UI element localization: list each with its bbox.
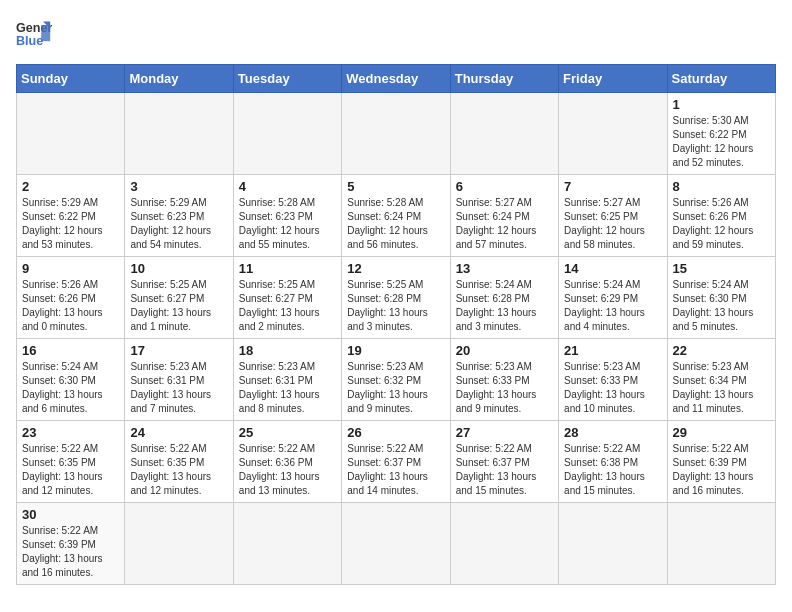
week-row-3: 16Sunrise: 5:24 AM Sunset: 6:30 PM Dayli… [17,339,776,421]
week-row-5: 30Sunrise: 5:22 AM Sunset: 6:39 PM Dayli… [17,503,776,585]
day-cell: 17Sunrise: 5:23 AM Sunset: 6:31 PM Dayli… [125,339,233,421]
day-number: 3 [130,179,227,194]
day-cell: 18Sunrise: 5:23 AM Sunset: 6:31 PM Dayli… [233,339,341,421]
day-cell [450,93,558,175]
day-info: Sunrise: 5:22 AM Sunset: 6:39 PM Dayligh… [673,442,770,498]
day-number: 27 [456,425,553,440]
day-number: 6 [456,179,553,194]
day-info: Sunrise: 5:27 AM Sunset: 6:25 PM Dayligh… [564,196,661,252]
week-row-4: 23Sunrise: 5:22 AM Sunset: 6:35 PM Dayli… [17,421,776,503]
week-row-1: 2Sunrise: 5:29 AM Sunset: 6:22 PM Daylig… [17,175,776,257]
day-number: 4 [239,179,336,194]
header-cell-wednesday: Wednesday [342,65,450,93]
day-number: 15 [673,261,770,276]
day-cell: 8Sunrise: 5:26 AM Sunset: 6:26 PM Daylig… [667,175,775,257]
day-info: Sunrise: 5:23 AM Sunset: 6:34 PM Dayligh… [673,360,770,416]
day-cell: 1Sunrise: 5:30 AM Sunset: 6:22 PM Daylig… [667,93,775,175]
day-cell [17,93,125,175]
header-cell-tuesday: Tuesday [233,65,341,93]
day-number: 28 [564,425,661,440]
day-number: 18 [239,343,336,358]
day-number: 8 [673,179,770,194]
logo-icon: General Blue [16,16,52,52]
day-cell: 25Sunrise: 5:22 AM Sunset: 6:36 PM Dayli… [233,421,341,503]
day-cell [559,93,667,175]
day-number: 21 [564,343,661,358]
day-number: 19 [347,343,444,358]
day-number: 9 [22,261,119,276]
day-cell [342,503,450,585]
day-info: Sunrise: 5:26 AM Sunset: 6:26 PM Dayligh… [673,196,770,252]
day-cell: 3Sunrise: 5:29 AM Sunset: 6:23 PM Daylig… [125,175,233,257]
calendar-table: SundayMondayTuesdayWednesdayThursdayFrid… [16,64,776,585]
day-number: 1 [673,97,770,112]
day-number: 7 [564,179,661,194]
day-cell: 15Sunrise: 5:24 AM Sunset: 6:30 PM Dayli… [667,257,775,339]
day-cell: 4Sunrise: 5:28 AM Sunset: 6:23 PM Daylig… [233,175,341,257]
day-info: Sunrise: 5:26 AM Sunset: 6:26 PM Dayligh… [22,278,119,334]
week-row-2: 9Sunrise: 5:26 AM Sunset: 6:26 PM Daylig… [17,257,776,339]
header-cell-monday: Monday [125,65,233,93]
day-cell: 13Sunrise: 5:24 AM Sunset: 6:28 PM Dayli… [450,257,558,339]
day-info: Sunrise: 5:22 AM Sunset: 6:39 PM Dayligh… [22,524,119,580]
day-number: 29 [673,425,770,440]
day-info: Sunrise: 5:22 AM Sunset: 6:35 PM Dayligh… [130,442,227,498]
day-cell [342,93,450,175]
day-number: 17 [130,343,227,358]
day-number: 12 [347,261,444,276]
day-number: 20 [456,343,553,358]
day-cell: 20Sunrise: 5:23 AM Sunset: 6:33 PM Dayli… [450,339,558,421]
day-cell [233,93,341,175]
day-info: Sunrise: 5:24 AM Sunset: 6:28 PM Dayligh… [456,278,553,334]
day-info: Sunrise: 5:28 AM Sunset: 6:23 PM Dayligh… [239,196,336,252]
day-info: Sunrise: 5:23 AM Sunset: 6:31 PM Dayligh… [130,360,227,416]
day-info: Sunrise: 5:23 AM Sunset: 6:33 PM Dayligh… [564,360,661,416]
header-cell-sunday: Sunday [17,65,125,93]
day-cell [667,503,775,585]
day-info: Sunrise: 5:23 AM Sunset: 6:31 PM Dayligh… [239,360,336,416]
day-number: 11 [239,261,336,276]
day-cell [125,503,233,585]
day-number: 14 [564,261,661,276]
svg-text:Blue: Blue [16,34,43,48]
day-cell: 26Sunrise: 5:22 AM Sunset: 6:37 PM Dayli… [342,421,450,503]
day-number: 10 [130,261,227,276]
day-cell: 27Sunrise: 5:22 AM Sunset: 6:37 PM Dayli… [450,421,558,503]
header-row: SundayMondayTuesdayWednesdayThursdayFrid… [17,65,776,93]
header: General Blue [16,16,776,52]
day-cell: 22Sunrise: 5:23 AM Sunset: 6:34 PM Dayli… [667,339,775,421]
day-cell: 24Sunrise: 5:22 AM Sunset: 6:35 PM Dayli… [125,421,233,503]
day-info: Sunrise: 5:23 AM Sunset: 6:33 PM Dayligh… [456,360,553,416]
day-cell: 6Sunrise: 5:27 AM Sunset: 6:24 PM Daylig… [450,175,558,257]
day-cell [559,503,667,585]
day-info: Sunrise: 5:24 AM Sunset: 6:29 PM Dayligh… [564,278,661,334]
day-info: Sunrise: 5:22 AM Sunset: 6:36 PM Dayligh… [239,442,336,498]
day-number: 22 [673,343,770,358]
header-cell-saturday: Saturday [667,65,775,93]
day-cell: 5Sunrise: 5:28 AM Sunset: 6:24 PM Daylig… [342,175,450,257]
day-cell: 14Sunrise: 5:24 AM Sunset: 6:29 PM Dayli… [559,257,667,339]
day-cell: 7Sunrise: 5:27 AM Sunset: 6:25 PM Daylig… [559,175,667,257]
day-cell: 28Sunrise: 5:22 AM Sunset: 6:38 PM Dayli… [559,421,667,503]
svg-marker-2 [41,25,50,41]
day-info: Sunrise: 5:25 AM Sunset: 6:27 PM Dayligh… [239,278,336,334]
day-cell: 29Sunrise: 5:22 AM Sunset: 6:39 PM Dayli… [667,421,775,503]
day-number: 16 [22,343,119,358]
week-row-0: 1Sunrise: 5:30 AM Sunset: 6:22 PM Daylig… [17,93,776,175]
day-number: 23 [22,425,119,440]
day-cell: 9Sunrise: 5:26 AM Sunset: 6:26 PM Daylig… [17,257,125,339]
day-info: Sunrise: 5:25 AM Sunset: 6:28 PM Dayligh… [347,278,444,334]
day-cell: 19Sunrise: 5:23 AM Sunset: 6:32 PM Dayli… [342,339,450,421]
day-cell: 10Sunrise: 5:25 AM Sunset: 6:27 PM Dayli… [125,257,233,339]
day-info: Sunrise: 5:24 AM Sunset: 6:30 PM Dayligh… [673,278,770,334]
day-info: Sunrise: 5:29 AM Sunset: 6:22 PM Dayligh… [22,196,119,252]
day-cell: 12Sunrise: 5:25 AM Sunset: 6:28 PM Dayli… [342,257,450,339]
logo: General Blue [16,16,58,52]
day-info: Sunrise: 5:30 AM Sunset: 6:22 PM Dayligh… [673,114,770,170]
day-info: Sunrise: 5:27 AM Sunset: 6:24 PM Dayligh… [456,196,553,252]
day-info: Sunrise: 5:28 AM Sunset: 6:24 PM Dayligh… [347,196,444,252]
day-cell [125,93,233,175]
day-number: 30 [22,507,119,522]
day-info: Sunrise: 5:25 AM Sunset: 6:27 PM Dayligh… [130,278,227,334]
day-info: Sunrise: 5:22 AM Sunset: 6:37 PM Dayligh… [456,442,553,498]
